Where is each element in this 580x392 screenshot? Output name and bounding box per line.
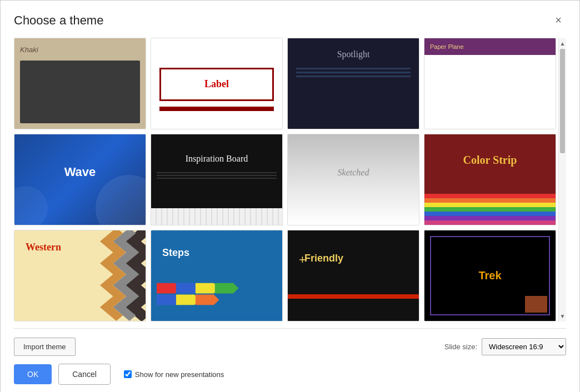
- theme-card-inspiration[interactable]: Inspiration Board: [151, 134, 283, 225]
- footer-bottom: OK Cancel Show for new presentations: [14, 364, 566, 385]
- dialog-title: Choose a theme: [14, 13, 103, 28]
- theme-card-western[interactable]: Western: [14, 230, 146, 321]
- svg-marker-3: [215, 283, 238, 294]
- theme-title-inspiration: Inspiration Board: [151, 134, 282, 164]
- show-new-label: Show for new presentations: [135, 370, 224, 379]
- theme-card-sketched[interactable]: Sketched: [287, 134, 419, 225]
- theme-card-trek[interactable]: Trek: [424, 230, 556, 321]
- theme-card-steps[interactable]: Steps: [151, 230, 283, 321]
- theme-title-steps: Steps: [151, 230, 282, 259]
- themes-grid: Khaki Label Spotlight: [14, 38, 558, 321]
- scrollbar-up-button[interactable]: ▲: [559, 38, 566, 49]
- slide-size-select[interactable]: Widescreen 16:9 Standard 4:3 Custom: [482, 338, 566, 355]
- dialog-footer: Import theme Slide size: Widescreen 16:9…: [14, 328, 566, 385]
- theme-title-label: Label: [204, 78, 229, 90]
- theme-title-friendly: Friendly: [288, 230, 419, 264]
- themes-scroll-area: Khaki Label Spotlight: [14, 38, 566, 321]
- slide-size-label: Slide size:: [444, 343, 477, 351]
- theme-icon-friendly: +: [299, 253, 306, 267]
- import-theme-button[interactable]: Import theme: [14, 338, 76, 356]
- cancel-button[interactable]: Cancel: [58, 364, 111, 385]
- footer-middle: Import theme Slide size: Widescreen 16:9…: [14, 338, 566, 356]
- theme-title-khaki: Khaki: [20, 46, 38, 54]
- dialog-header: Choose a theme ×: [14, 12, 566, 29]
- theme-title-colorstrip: Color Strip: [424, 134, 556, 167]
- show-new-row: Show for new presentations: [124, 370, 224, 379]
- theme-card-colorstrip[interactable]: Color Strip: [424, 134, 556, 225]
- scrollbar: ▲ ▼: [558, 38, 566, 321]
- theme-card-spotlight[interactable]: Spotlight: [287, 38, 419, 129]
- theme-card-wave[interactable]: Wave: [14, 134, 146, 225]
- scrollbar-down-button[interactable]: ▼: [559, 310, 566, 321]
- theme-title-spotlight: Spotlight: [288, 38, 419, 59]
- ok-button[interactable]: OK: [14, 364, 52, 384]
- close-button[interactable]: ×: [551, 12, 566, 29]
- choose-theme-dialog: Choose a theme × Khaki Label: [0, 0, 580, 392]
- theme-title-wave: Wave: [14, 134, 146, 179]
- theme-card-paperplane[interactable]: Paper Plane: [424, 38, 556, 129]
- scrollbar-thumb[interactable]: [560, 49, 565, 153]
- theme-card-label[interactable]: Label: [151, 38, 283, 129]
- theme-title-paperplane: Paper Plane: [430, 43, 464, 50]
- themes-grid-wrapper: Khaki Label Spotlight: [14, 38, 558, 321]
- show-new-checkbox[interactable]: [124, 370, 132, 378]
- theme-card-khaki[interactable]: Khaki: [14, 38, 146, 129]
- theme-card-friendly[interactable]: + Friendly: [287, 230, 419, 321]
- svg-marker-6: [196, 294, 219, 305]
- theme-title-sketched: Sketched: [288, 134, 419, 178]
- slide-size-row: Slide size: Widescreen 16:9 Standard 4:3…: [444, 338, 566, 355]
- scrollbar-thumb-area: [559, 49, 566, 310]
